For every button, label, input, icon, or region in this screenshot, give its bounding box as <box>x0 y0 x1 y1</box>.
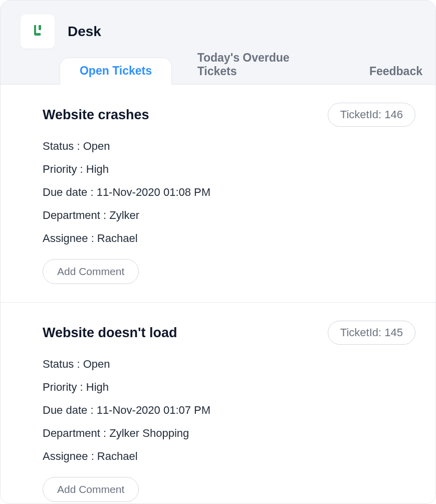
desk-card: Desk Open Tickets Today's Overdue Ticket… <box>0 0 436 504</box>
svg-rect-0 <box>39 25 41 30</box>
ticket-assignee: Assignee : Rachael <box>43 232 415 245</box>
ticket-id-badge: TicketId: 146 <box>328 103 415 127</box>
desk-icon <box>29 22 46 41</box>
ticket-assignee: Assignee : Rachael <box>43 450 415 463</box>
ticket-head: Website crashes TicketId: 146 <box>43 103 415 127</box>
add-comment-button[interactable]: Add Comment <box>43 477 139 502</box>
ticket-priority: Priority : High <box>43 381 415 394</box>
ticket-id-badge: TicketId: 145 <box>328 321 415 345</box>
add-comment-button[interactable]: Add Comment <box>43 259 139 284</box>
ticket-status: Status : Open <box>43 140 415 153</box>
ticket-title: Website doesn't load <box>43 325 177 341</box>
app-logo <box>21 15 55 49</box>
ticket-id-value: 145 <box>384 326 403 339</box>
ticket-title: Website crashes <box>43 107 149 123</box>
header: Desk Open Tickets Today's Overdue Ticket… <box>1 1 435 85</box>
ticket-status: Status : Open <box>43 358 415 371</box>
ticket-id-value: 146 <box>384 108 403 121</box>
tab-feedback[interactable]: Feedback <box>356 59 435 84</box>
ticket-due-date: Due date : 11-Nov-2020 01:07 PM <box>43 404 415 417</box>
ticket-priority: Priority : High <box>43 163 415 176</box>
ticket-id-prefix: TicketId: <box>340 108 381 121</box>
tickets-content: Website crashes TicketId: 146 Status : O… <box>1 85 435 504</box>
ticket-due-date: Due date : 11-Nov-2020 01:08 PM <box>43 186 415 199</box>
tab-overdue-tickets[interactable]: Today's Overdue Tickets <box>184 45 339 84</box>
ticket-head: Website doesn't load TicketId: 145 <box>43 321 415 345</box>
app-title: Desk <box>68 24 101 40</box>
ticket-department: Department : Zylker <box>43 209 415 222</box>
ticket-item: Website doesn't load TicketId: 145 Statu… <box>1 302 435 504</box>
ticket-department: Department : Zylker Shopping <box>43 427 415 440</box>
ticket-id-prefix: TicketId: <box>340 326 381 339</box>
ticket-item: Website crashes TicketId: 146 Status : O… <box>1 85 435 302</box>
tabs: Open Tickets Today's Overdue Tickets Fee… <box>1 58 435 85</box>
tab-open-tickets[interactable]: Open Tickets <box>60 57 172 84</box>
